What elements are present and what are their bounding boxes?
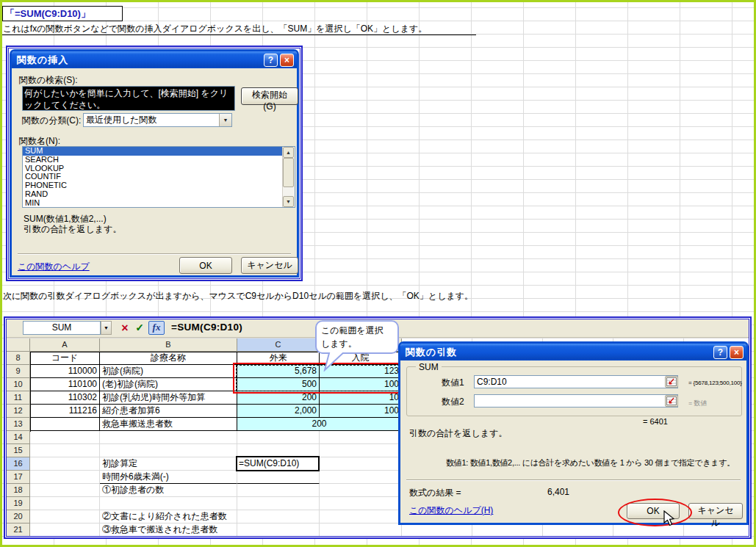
- cell-d11[interactable]: 10: [320, 391, 402, 405]
- column-header-b[interactable]: B: [100, 338, 237, 352]
- cell-a19[interactable]: [30, 497, 100, 510]
- cell-b14[interactable]: [100, 431, 237, 444]
- list-item-sum[interactable]: SUM: [23, 147, 284, 156]
- row-header-16-selected[interactable]: 16: [7, 457, 30, 471]
- cell-b13[interactable]: 救急車搬送患者数: [100, 418, 237, 431]
- cell-b8[interactable]: 診療名称: [100, 352, 237, 365]
- row-header[interactable]: 9: [7, 365, 30, 378]
- cell-c21[interactable]: [237, 524, 320, 537]
- cell-b19[interactable]: [100, 497, 237, 510]
- cell-c14[interactable]: [237, 431, 320, 444]
- row-header[interactable]: 10: [7, 378, 30, 391]
- enter-entry-icon[interactable]: ✓: [133, 321, 146, 335]
- cell-d21[interactable]: [320, 524, 402, 537]
- cell-d19[interactable]: [320, 497, 402, 510]
- cancel-button[interactable]: キャンセル: [688, 503, 743, 519]
- cell-b10[interactable]: (老)初診(病院): [100, 378, 237, 391]
- cell-c18[interactable]: [237, 484, 320, 497]
- function-help-link[interactable]: この関数のヘルプ: [18, 261, 90, 273]
- name-box[interactable]: SUM: [23, 321, 101, 335]
- cell-a14[interactable]: [30, 431, 100, 444]
- cell-b12[interactable]: 紹介患者加算6: [100, 405, 237, 418]
- cell-b15[interactable]: [100, 444, 237, 457]
- cell-a9[interactable]: 110000: [30, 365, 100, 378]
- cell-c8[interactable]: 外来: [237, 352, 320, 365]
- cancel-button[interactable]: キャンセル: [241, 257, 298, 274]
- cell-d12[interactable]: 100: [320, 405, 402, 418]
- row-header[interactable]: 18: [7, 484, 30, 497]
- cell-d14[interactable]: [320, 431, 402, 444]
- help-icon[interactable]: ?: [713, 346, 727, 359]
- cell-d17[interactable]: [320, 471, 402, 484]
- cell-c13-d13-merged[interactable]: 200: [237, 418, 402, 431]
- cell-c9[interactable]: 5,678: [237, 365, 320, 378]
- cell-b18[interactable]: ①初診患者の数: [100, 484, 237, 497]
- cell-d10[interactable]: 100: [320, 378, 402, 391]
- cell-b21[interactable]: ③救急車で搬送された患者数: [100, 524, 237, 537]
- row-header[interactable]: 15: [7, 444, 30, 457]
- row-header[interactable]: 13: [7, 418, 30, 431]
- row-header[interactable]: 11: [7, 391, 30, 405]
- scroll-up-icon[interactable]: ▲: [283, 147, 294, 158]
- cell-b17[interactable]: 時間外6歳未満(-): [100, 471, 237, 484]
- scrollbar-thumb[interactable]: [283, 158, 294, 187]
- cancel-entry-icon[interactable]: ×: [118, 321, 132, 335]
- list-item-rand[interactable]: RAND: [23, 190, 284, 199]
- cell-b9[interactable]: 初診(病院): [100, 365, 237, 378]
- num2-input[interactable]: [474, 394, 678, 407]
- row-header[interactable]: 14: [7, 431, 30, 444]
- scrollbar[interactable]: ▲ ▼: [282, 147, 295, 207]
- insert-dialog-titlebar[interactable]: 関数の挿入 ? ×: [12, 51, 297, 68]
- row-header[interactable]: 19: [7, 497, 30, 510]
- cell-a12[interactable]: 111216: [30, 405, 100, 418]
- cell-a16[interactable]: [30, 457, 100, 471]
- function-help-link[interactable]: この関数のヘルプ(H): [409, 504, 493, 517]
- scroll-down-icon[interactable]: ▼: [283, 196, 294, 207]
- cell-a20[interactable]: [30, 510, 100, 524]
- range-selector-icon[interactable]: [665, 395, 678, 407]
- column-header-a[interactable]: A: [30, 338, 100, 352]
- row-header[interactable]: 8: [7, 352, 30, 365]
- cell-d16[interactable]: [320, 457, 402, 471]
- function-list[interactable]: SUM SEARCH VLOOKUP COUNTIF PHONETIC RAND…: [22, 146, 295, 208]
- close-icon[interactable]: ×: [730, 346, 744, 359]
- close-icon[interactable]: ×: [280, 54, 294, 67]
- chevron-down-icon[interactable]: ▼: [219, 114, 231, 126]
- range-selector-icon[interactable]: [665, 376, 678, 388]
- cell-a10[interactable]: 110100: [30, 378, 100, 391]
- help-icon[interactable]: ?: [264, 54, 278, 67]
- list-item-min[interactable]: MIN: [23, 199, 284, 208]
- select-all-corner[interactable]: [7, 338, 30, 352]
- cell-c19[interactable]: [237, 497, 320, 510]
- row-header[interactable]: 17: [7, 471, 30, 484]
- cell-a21[interactable]: [30, 524, 100, 537]
- cell-a17[interactable]: [30, 471, 100, 484]
- category-dropdown[interactable]: 最近使用した関数 ▼: [83, 113, 232, 127]
- search-input[interactable]: 何がしたいかを簡単に入力して、[検索開始] をクリックしてください。: [22, 86, 235, 111]
- cell-c16-edit-box[interactable]: =SUM(C9:D10): [236, 456, 320, 471]
- search-start-button[interactable]: 検索開始(G): [241, 87, 298, 105]
- cell-d20[interactable]: [320, 510, 402, 524]
- cell-d18[interactable]: [320, 484, 402, 497]
- cell-a13[interactable]: [30, 418, 100, 431]
- row-header[interactable]: 20: [7, 510, 30, 524]
- num1-input[interactable]: C9:D10: [474, 375, 678, 388]
- args-dialog-titlebar[interactable]: 関数の引数 ? ×: [400, 344, 746, 361]
- cell-b16[interactable]: 初診算定: [100, 457, 237, 471]
- list-item-vlookup[interactable]: VLOOKUP: [23, 164, 284, 173]
- ok-button[interactable]: OK: [179, 257, 232, 274]
- cell-c11[interactable]: 200: [237, 391, 320, 405]
- cell-a8[interactable]: コード: [30, 352, 100, 365]
- row-header[interactable]: 12: [7, 405, 30, 418]
- cell-d15[interactable]: [320, 444, 402, 457]
- cell-c10[interactable]: 500: [237, 378, 320, 391]
- list-item-search[interactable]: SEARCH: [23, 156, 284, 164]
- column-header-c[interactable]: C: [237, 338, 320, 352]
- cell-c17[interactable]: [237, 471, 320, 484]
- cell-b11[interactable]: 初診(乳幼児)時間外等加算: [100, 391, 237, 405]
- list-item-phonetic[interactable]: PHONETIC: [23, 181, 284, 190]
- cell-c12[interactable]: 2,000: [237, 405, 320, 418]
- cell-c20[interactable]: [237, 510, 320, 524]
- insert-function-icon[interactable]: fx: [148, 321, 165, 335]
- formula-input[interactable]: =SUM(C9:D10): [171, 322, 242, 333]
